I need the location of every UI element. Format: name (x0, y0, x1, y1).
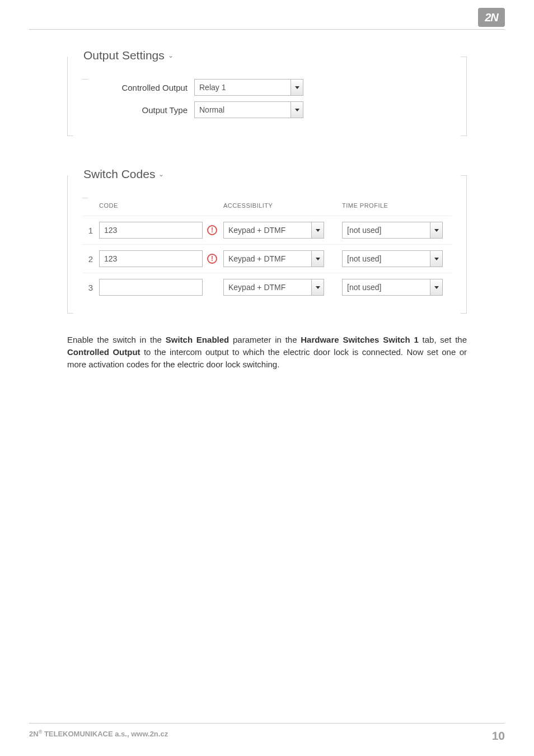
switch-codes-title[interactable]: Switch Codes ⌄ (80, 167, 167, 181)
dropdown-button[interactable] (311, 222, 324, 238)
dropdown-button[interactable] (291, 80, 303, 95)
footer-rest: TELEKOMUNIKACE a.s., www.2n.cz (42, 730, 168, 738)
table-row: 1123!Keypad + DTMF[not used] (82, 216, 452, 244)
dropdown-button[interactable] (430, 251, 442, 267)
chevron-down-icon (434, 258, 439, 260)
dropdown-button[interactable] (311, 279, 324, 295)
dropdown-button[interactable] (291, 102, 303, 118)
page-footer: 2N® TELEKOMUNIKACE a.s., www.2n.cz 10 (29, 723, 505, 743)
page-number: 10 (492, 729, 505, 743)
dropdown-button[interactable] (430, 279, 442, 295)
controlled-output-value: Relay 1 (195, 80, 291, 95)
accessibility-value: Keypad + DTMF (224, 251, 311, 267)
chevron-down-icon: ⌄ (168, 52, 174, 59)
row-index: 1 (82, 226, 99, 235)
switch-codes-title-text: Switch Codes (83, 167, 155, 181)
dropdown-button[interactable] (430, 222, 442, 238)
time-profile-value: [not used] (343, 279, 430, 295)
code-input[interactable] (99, 279, 203, 296)
code-input[interactable]: 123 (99, 222, 203, 239)
chevron-down-icon: ⌄ (158, 170, 164, 178)
dropdown-button[interactable] (311, 251, 324, 267)
time-profile-value: [not used] (343, 251, 430, 267)
accessibility-select[interactable]: Keypad + DTMF (223, 222, 324, 239)
table-row: 2123!Keypad + DTMF[not used] (82, 244, 452, 273)
footer-company: 2N (29, 730, 39, 738)
warning-icon: ! (207, 254, 217, 264)
codes-table-header: CODE ACCESSIBILITY TIME PROFILE (82, 198, 452, 216)
controlled-output-select[interactable]: Relay 1 (194, 79, 303, 96)
time-profile-select[interactable]: [not used] (342, 279, 443, 296)
row-index: 3 (82, 283, 99, 292)
accessibility-select[interactable]: Keypad + DTMF (223, 250, 324, 267)
time-profile-select[interactable]: [not used] (342, 222, 443, 239)
accessibility-select[interactable]: Keypad + DTMF (223, 279, 324, 296)
time-profile-select[interactable]: [not used] (342, 250, 443, 267)
chevron-down-icon (295, 109, 299, 111)
code-input[interactable]: 123 (99, 250, 203, 267)
switch-codes-fieldset: Switch Codes ⌄ CODE ACCESSIBILITY TIME P… (67, 175, 467, 314)
instruction-paragraph: Enable the switch in the Switch Enabled … (67, 334, 467, 370)
output-settings-title[interactable]: Output Settings ⌄ (80, 49, 177, 62)
warning-icon: ! (207, 225, 217, 235)
chevron-down-icon (316, 258, 320, 260)
output-type-label: Output Type (82, 105, 194, 115)
accessibility-value: Keypad + DTMF (224, 222, 311, 238)
chevron-down-icon (316, 286, 320, 289)
output-settings-title-text: Output Settings (83, 49, 165, 62)
controlled-output-label: Controlled Output (82, 83, 194, 92)
header-time-profile: TIME PROFILE (342, 202, 452, 209)
chevron-down-icon (316, 229, 320, 232)
time-profile-value: [not used] (343, 222, 430, 238)
chevron-down-icon (434, 229, 439, 232)
output-settings-fieldset: Output Settings ⌄ Controlled Output Rela… (67, 57, 467, 136)
chevron-down-icon (434, 286, 439, 289)
header-code: CODE (99, 202, 223, 209)
header-accessibility: ACCESSIBILITY (223, 202, 342, 209)
row-index: 2 (82, 254, 99, 264)
output-type-select[interactable]: Normal (194, 101, 303, 118)
output-type-value: Normal (195, 102, 291, 118)
brand-logo: 2N (478, 8, 505, 27)
chevron-down-icon (295, 86, 299, 89)
table-row: 3Keypad + DTMF[not used] (82, 273, 452, 301)
accessibility-value: Keypad + DTMF (224, 279, 311, 295)
